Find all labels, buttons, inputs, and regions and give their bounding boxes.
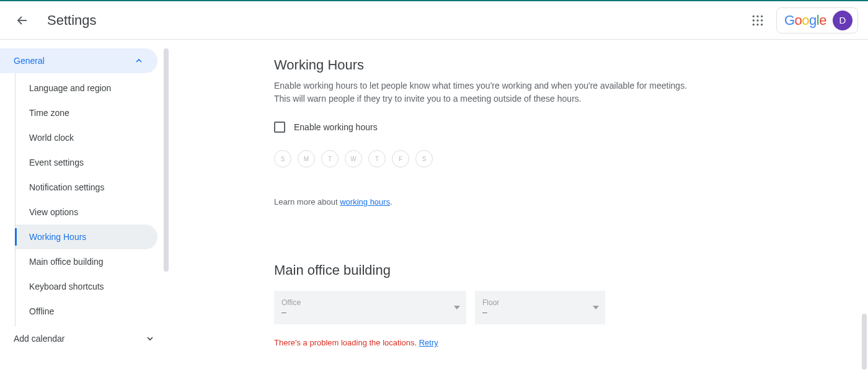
learn-more-text: Learn more about working hours. [274,197,696,207]
chevron-up-icon [134,56,144,66]
sidebar-scrollbar[interactable] [164,48,169,272]
dropdown-caret-icon [593,306,599,309]
top-bar: Settings Google D [0,0,868,40]
svg-point-4 [756,19,758,21]
enable-working-hours-checkbox[interactable] [274,122,285,133]
sidebar-sublist: Language and region Time zone World cloc… [15,73,169,326]
sidebar-item-main-office-building[interactable]: Main office building [16,249,157,274]
day-chip-tue[interactable]: T [321,150,339,167]
day-chip-sat[interactable]: S [415,150,433,167]
main-content: Working Hours Enable working hours to le… [169,40,868,382]
office-select[interactable]: Office – [274,291,466,324]
svg-point-8 [761,24,763,25]
back-button[interactable] [10,8,35,33]
learn-more-prefix: Learn more about [274,197,340,207]
office-select-label: Office [281,298,459,307]
sidebar-add-calendar[interactable]: Add calendar [0,326,169,351]
retry-link[interactable]: Retry [419,338,438,347]
location-error-text: There's a problem loading the locations. [274,338,419,347]
main-office-heading: Main office building [274,262,696,278]
day-chips: S M T W T F S [274,150,696,167]
working-hours-link[interactable]: working hours [340,197,390,207]
day-chip-wed[interactable]: W [345,150,362,167]
svg-point-2 [761,15,763,17]
svg-point-3 [753,19,755,21]
floor-select-label: Floor [482,298,598,307]
sidebar-item-working-hours[interactable]: Working Hours [16,224,157,249]
day-chip-fri[interactable]: F [392,150,409,167]
page-title: Settings [47,12,97,29]
avatar[interactable]: D [833,11,852,30]
learn-more-suffix: . [390,197,392,207]
sidebar: General Language and region Time zone Wo… [0,40,169,382]
svg-point-6 [753,24,755,25]
floor-select-value: – [482,307,598,317]
sidebar-item-world-clock[interactable]: World clock [16,125,157,150]
day-chip-mon[interactable]: M [298,150,315,167]
sidebar-section-general[interactable]: General [0,48,157,73]
working-hours-heading: Working Hours [274,57,696,73]
google-logo: Google [784,12,826,29]
google-apps-button[interactable] [745,8,770,33]
dropdown-caret-icon [454,306,460,309]
enable-working-hours-row: Enable working hours [274,122,696,133]
working-hours-description: Enable working hours to let people know … [274,79,696,105]
sidebar-item-event-settings[interactable]: Event settings [16,150,157,175]
arrow-back-icon [15,13,30,28]
apps-grid-icon [751,14,764,27]
account-box[interactable]: Google D [776,7,858,33]
chevron-down-icon [145,334,155,344]
sidebar-item-language-region[interactable]: Language and region [16,76,157,100]
day-chip-thu[interactable]: T [368,150,386,167]
office-select-value: – [281,307,459,317]
svg-point-0 [753,15,755,17]
svg-point-7 [756,24,758,25]
add-calendar-label: Add calendar [14,334,65,344]
enable-working-hours-label: Enable working hours [294,122,378,132]
sidebar-item-keyboard-shortcuts[interactable]: Keyboard shortcuts [16,274,157,299]
sidebar-section-label: General [14,56,45,66]
svg-point-1 [756,15,758,17]
day-chip-sun[interactable]: S [274,150,291,167]
sidebar-item-view-options[interactable]: View options [16,200,157,224]
location-error: There's a problem loading the locations.… [274,338,696,347]
sidebar-item-offline[interactable]: Offline [16,299,157,324]
floor-select[interactable]: Floor – [475,291,605,324]
svg-point-5 [761,19,763,21]
main-scrollbar[interactable] [862,314,867,370]
sidebar-item-notification-settings[interactable]: Notification settings [16,175,157,200]
sidebar-item-time-zone[interactable]: Time zone [16,100,157,125]
